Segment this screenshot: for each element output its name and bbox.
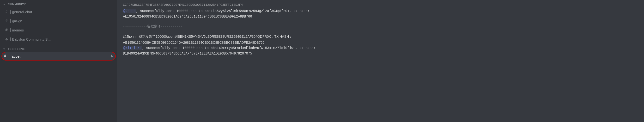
channel-name-general-chat: general-chat	[12, 10, 32, 14]
jhonn-message-line1: @Jhonn, successfully sent 100000ubbn to …	[123, 9, 639, 14]
tx-hash-value-2: D1D49924ACDCB7DF4065037348DC6AEAF487EF12…	[123, 52, 252, 56]
nimpienl-mention[interactable]: @NimpieNL	[123, 46, 142, 50]
nimpienl-message-text: , successfully sent 100000ubbn to bbn140…	[142, 46, 316, 50]
hash-icon: #	[4, 10, 9, 14]
spacer2	[123, 32, 639, 34]
pipe-separator: |	[9, 54, 10, 58]
translation-separator: ------------谷歌翻译-----------	[123, 24, 639, 29]
pipe-separator: |	[10, 37, 11, 41]
jhonn-message-text: , successfully sent 100000ubbn to bbn1ks…	[136, 9, 310, 13]
hash-icon: #	[4, 19, 9, 23]
nimpienl-message-line1: @NimpieNL, successfully sent 100000ubbn …	[123, 46, 639, 51]
tech-zone-section-header: ▼ TECH ZONE	[0, 46, 117, 52]
jhonn-mention[interactable]: @Jhonn	[123, 9, 136, 13]
sidebar-item-gm-gn[interactable]: # | gm-gn	[2, 16, 116, 25]
tx-hash-value-1: AE1956132460894CB5BD9820C1AC94DA2681B118…	[123, 15, 252, 18]
pipe-separator: |	[10, 19, 11, 23]
chevron-icon: ▼	[3, 3, 6, 6]
chevron-icon: ▼	[3, 48, 6, 50]
sidebar-item-babylon-community[interactable]: ⊙ | Babylon Community S...	[2, 35, 116, 44]
main-content-area: CCFD7DBCCCBF7E4F385A2FA9077D07E4CC8CD0C0…	[117, 0, 644, 122]
channel-name-memes: memes	[12, 28, 24, 32]
channel-name-babylon: Babylon Community S...	[12, 37, 51, 41]
jhonn-hash-line: AE1956132460894CB5BD9820C1AC94DA2681B118…	[123, 14, 639, 19]
sidebar-item-faucet[interactable]: # | faucet	[2, 52, 116, 60]
cropped-hash-text: CCFD7DBCCCBF7E4F385A2FA9077D07E4CC8CD0C0…	[123, 3, 243, 7]
cropped-message-line: CCFD7DBCCCBF7E4F385A2FA9077D07E4CC8CD0C0…	[123, 3, 639, 7]
sidebar-item-memes[interactable]: # | memes	[2, 26, 116, 34]
sidebar-item-general-chat[interactable]: # | general-chat	[2, 8, 116, 16]
pipe-separator: |	[10, 28, 11, 32]
add-member-button[interactable]	[108, 53, 114, 59]
tech-zone-section: ▼ TECH ZONE # | faucet	[0, 46, 117, 61]
sidebar: ▼ COMMUNITY # | general-chat # | gm-gn #…	[0, 0, 117, 122]
spacer	[123, 20, 639, 22]
chinese-line2-text: AE1956132460894CB5BD9820C164DA2681B11894…	[123, 40, 264, 44]
chinese-translation-line2: AE1956132460894CB5BD9820C164DA2681B11894…	[123, 40, 639, 45]
channel-name-gm-gn: gm-gn	[12, 19, 22, 23]
nimpienl-hash-line: D1D49924ACDCB7DF4065037348DC6AEAF487EF12…	[123, 51, 639, 56]
separator-text: ------------谷歌翻译-----------	[123, 24, 183, 28]
community-label: COMMUNITY	[8, 3, 26, 6]
add-member-icon	[109, 54, 114, 58]
chinese-translation-line1: @Jhonn，成功发送了100000ubbn到BBN1KS5VY5KV5L9DR…	[123, 34, 639, 39]
tech-zone-label: TECH ZONE	[8, 48, 25, 50]
hash-icon: #	[4, 28, 9, 32]
community-icon: ⊙	[4, 38, 9, 41]
pipe-separator: |	[10, 10, 11, 14]
hash-icon: #	[3, 54, 7, 58]
channel-name-faucet: faucet	[10, 54, 20, 58]
chinese-line1-text: @Jhonn，成功发送了100000ubbn到BBN1KS5VY5KV5L9DR…	[123, 34, 292, 38]
community-section-header: ▼ COMMUNITY	[0, 2, 117, 7]
